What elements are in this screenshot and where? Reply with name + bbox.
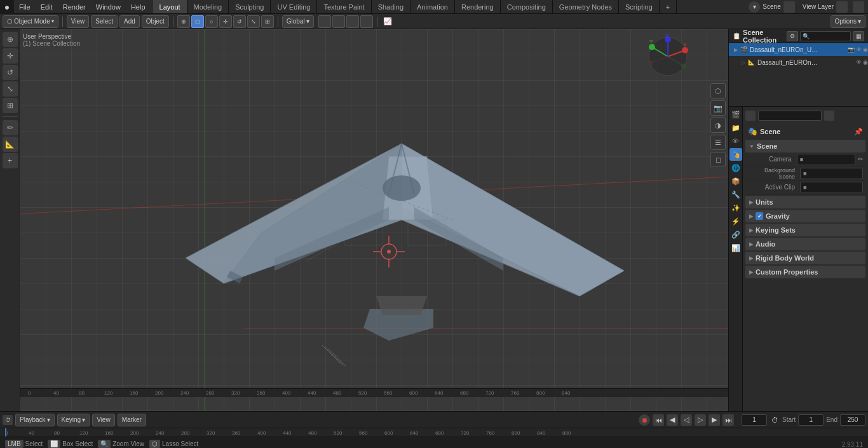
play-btn[interactable]: ▷ bbox=[695, 414, 706, 426]
menu-help[interactable]: Help bbox=[126, 0, 151, 13]
viewport-gizmo[interactable]: X Y Z bbox=[646, 34, 690, 79]
step-back-btn[interactable]: ◀ bbox=[667, 414, 678, 426]
props-header-search-btn[interactable] bbox=[745, 111, 756, 121]
object-props-icon[interactable]: 📦 bbox=[729, 175, 742, 187]
scale-lt-btn[interactable]: ⤡ bbox=[3, 81, 18, 97]
scene-dropdown-icon[interactable]: ▾ bbox=[749, 1, 760, 13]
item-1-render-icon[interactable]: ◉ bbox=[863, 59, 868, 65]
viewport[interactable]: User Perspective (1) Scene Collection X … bbox=[20, 29, 728, 411]
item-0-camera-icon[interactable]: 📷 bbox=[848, 46, 855, 53]
object-btn[interactable]: Object bbox=[142, 15, 169, 28]
audio-section-header[interactable]: ▶ Audio bbox=[745, 238, 865, 250]
item-1-eye-icon[interactable]: 👁 bbox=[856, 59, 862, 65]
end-frame-input[interactable]: 250 bbox=[840, 414, 865, 426]
timeline-view-btn[interactable]: View bbox=[92, 414, 115, 426]
menu-edit[interactable]: Edit bbox=[36, 0, 58, 13]
physics-props-icon[interactable]: ⚡ bbox=[729, 215, 742, 227]
pivot-btn[interactable] bbox=[332, 15, 345, 28]
measure-lt-btn[interactable]: 📐 bbox=[3, 137, 18, 152]
tab-geometry-nodes[interactable]: Geometry Nodes bbox=[553, 0, 619, 13]
tab-animation[interactable]: Animation bbox=[410, 0, 455, 13]
view-layer-btn[interactable] bbox=[836, 1, 848, 13]
props-search-input[interactable] bbox=[758, 111, 822, 121]
add-lt-btn[interactable]: + bbox=[3, 153, 18, 168]
outliner-search[interactable]: 🔍 bbox=[800, 31, 851, 41]
perspective-toggle-btn[interactable]: ⬡ bbox=[710, 83, 726, 98]
menu-window[interactable]: Window bbox=[91, 0, 126, 13]
background-scene-value[interactable]: ■ bbox=[800, 168, 863, 179]
timeline-scrubber[interactable]: 0 40 80 120 160 200 240 280 320 360 400 … bbox=[0, 428, 868, 437]
transform-mode[interactable]: Global ▾ bbox=[282, 15, 314, 28]
camera-view-btn[interactable]: 📷 bbox=[710, 100, 726, 116]
gravity-section-header[interactable]: ▶ ✓ Gravity bbox=[745, 210, 865, 222]
overlay-btn[interactable]: ☰ bbox=[710, 135, 726, 150]
tab-layout[interactable]: Layout bbox=[153, 0, 187, 13]
view-layer-props-icon[interactable]: 👁 bbox=[729, 135, 742, 147]
lasso-tool[interactable]: ○ bbox=[205, 15, 218, 28]
proportional-mode-btn[interactable] bbox=[360, 15, 373, 28]
props-filter-btn[interactable] bbox=[824, 111, 834, 121]
graph-icon[interactable]: 📈 bbox=[381, 15, 394, 28]
gravity-checkbox[interactable]: ✓ bbox=[756, 212, 763, 220]
start-frame-input[interactable]: 1 bbox=[798, 414, 824, 426]
world-props-icon[interactable]: 🌐 bbox=[729, 161, 742, 174]
custom-properties-section-header[interactable]: ▶ Custom Properties bbox=[745, 266, 865, 278]
scale-tool[interactable]: ⤡ bbox=[247, 15, 260, 28]
timeline-playhead[interactable] bbox=[5, 428, 6, 437]
options-btn[interactable]: Options ▾ bbox=[831, 15, 865, 28]
play-reverse-btn[interactable]: ◁ bbox=[681, 414, 692, 426]
rigid-body-world-section-header[interactable]: ▶ Rigid Body World bbox=[745, 252, 865, 264]
cursor-lt-btn[interactable]: ⊕ bbox=[3, 32, 18, 47]
tab-texture-paint[interactable]: Texture Paint bbox=[317, 0, 371, 13]
magnet-btn[interactable] bbox=[318, 15, 331, 28]
tab-uv-editing[interactable]: UV Editing bbox=[271, 0, 317, 13]
select-btn[interactable]: Select bbox=[91, 15, 118, 28]
modifier-props-icon[interactable]: 🔧 bbox=[729, 188, 742, 201]
menu-render[interactable]: Render bbox=[58, 0, 91, 13]
cursor-tool[interactable]: ⊕ bbox=[177, 15, 190, 28]
outliner-item-1[interactable]: ▷ 📐 Dassault_nEUROn_UCAV 👁 ◉ bbox=[729, 56, 868, 69]
jump-end-btn[interactable]: ⏭ bbox=[722, 414, 734, 426]
particles-props-icon[interactable]: ✨ bbox=[729, 201, 742, 214]
select-tool-active[interactable]: ◻ bbox=[191, 15, 204, 28]
proportional-btn[interactable] bbox=[346, 15, 359, 28]
item-0-eye-icon[interactable]: 👁 bbox=[856, 46, 862, 53]
data-props-icon[interactable]: 📊 bbox=[729, 241, 742, 254]
step-forward-btn[interactable]: ▶ bbox=[709, 414, 720, 426]
add-btn[interactable]: Add bbox=[119, 15, 140, 28]
move-lt-btn[interactable]: ✛ bbox=[3, 48, 18, 64]
timeline-mode-btn[interactable]: ⏱ bbox=[3, 415, 13, 425]
units-section-header[interactable]: ▶ Units bbox=[745, 196, 865, 208]
item-0-render-icon[interactable]: ◉ bbox=[863, 46, 868, 53]
tab-add-workspace[interactable]: + bbox=[660, 0, 677, 13]
render-props-icon[interactable]: 🎬 bbox=[729, 108, 742, 121]
camera-value[interactable]: ■ bbox=[797, 154, 855, 165]
xray-btn[interactable]: ◻ bbox=[710, 152, 726, 167]
tab-shading[interactable]: Shading bbox=[372, 0, 410, 13]
outliner-filter-btn[interactable]: ⚙ bbox=[787, 31, 798, 41]
scene-section-header[interactable]: ▼ Scene bbox=[745, 140, 865, 153]
fps-clock-icon[interactable]: ⏱ bbox=[770, 415, 780, 425]
active-clip-value[interactable]: ■ bbox=[800, 182, 863, 193]
view-layer-options[interactable] bbox=[853, 1, 864, 13]
constraints-props-icon[interactable]: 🔗 bbox=[729, 228, 742, 241]
tab-rendering[interactable]: Rendering bbox=[455, 0, 501, 13]
rotate-tool[interactable]: ↺ bbox=[233, 15, 246, 28]
record-btn[interactable]: ⏺ bbox=[639, 414, 650, 426]
keying-sets-section-header[interactable]: ▶ Keying Sets bbox=[745, 224, 865, 236]
scene-options-btn[interactable] bbox=[783, 1, 795, 13]
marker-btn[interactable]: Marker bbox=[118, 414, 146, 426]
move-tool[interactable]: ✛ bbox=[219, 15, 232, 28]
current-frame-input[interactable]: 1 bbox=[742, 414, 767, 426]
transform-tool[interactable]: ⊞ bbox=[261, 15, 274, 28]
annotate-lt-btn[interactable]: ✏ bbox=[3, 120, 18, 135]
scene-props-pin[interactable]: 📌 bbox=[854, 128, 863, 136]
playback-btn[interactable]: Playback ▾ bbox=[15, 414, 55, 426]
rotate-lt-btn[interactable]: ↺ bbox=[3, 65, 18, 80]
outliner-item-0[interactable]: ▶ 🎬 Dassault_nEUROn_UCAV_Flic 📷 👁 ◉ bbox=[729, 43, 868, 56]
jump-start-btn[interactable]: ⏮ bbox=[653, 414, 664, 426]
transform-lt-btn[interactable]: ⊞ bbox=[3, 98, 18, 113]
keying-btn[interactable]: Keying ▾ bbox=[57, 414, 90, 426]
mode-selector[interactable]: ⬡ Object Mode ▾ bbox=[3, 15, 58, 28]
camera-eyedropper[interactable]: ✏ bbox=[858, 156, 863, 163]
